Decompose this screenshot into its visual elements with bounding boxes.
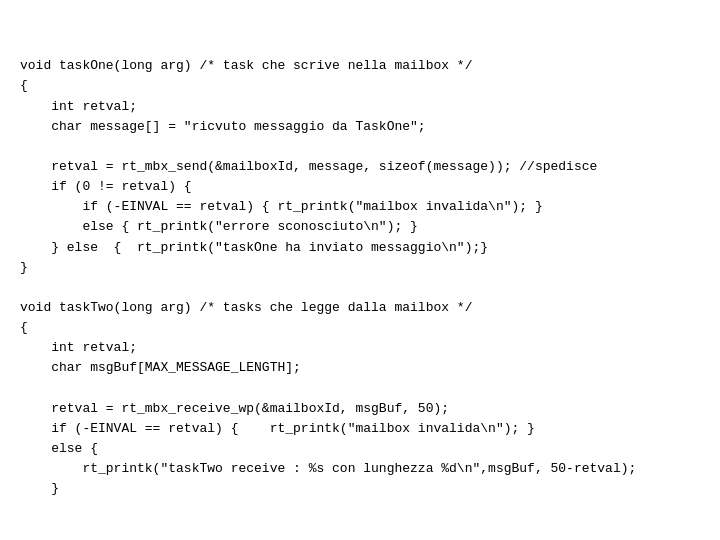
- code-line: [20, 137, 700, 157]
- code-line: void taskTwo(long arg) /* tasks che legg…: [20, 298, 700, 318]
- code-line: {: [20, 76, 700, 96]
- code-line: retval = rt_mbx_receive_wp(&mailboxId, m…: [20, 399, 700, 419]
- code-line: [20, 520, 700, 540]
- code-line: [20, 278, 700, 298]
- code-line: [20, 499, 700, 519]
- code-line: int retval;: [20, 97, 700, 117]
- code-line: rt_printk("taskTwo receive : %s con lung…: [20, 459, 700, 479]
- code-line: if (-EINVAL == retval) { rt_printk("mail…: [20, 419, 700, 439]
- code-line: void taskOne(long arg) /* task che scriv…: [20, 56, 700, 76]
- code-line: else { rt_printk("errore sconosciuto\n")…: [20, 217, 700, 237]
- code-line: if (-EINVAL == retval) { rt_printk("mail…: [20, 197, 700, 217]
- code-line: {: [20, 318, 700, 338]
- code-line: retval = rt_mbx_send(&mailboxId, message…: [20, 157, 700, 177]
- code-line: int retval;: [20, 338, 700, 358]
- code-line: }: [20, 258, 700, 278]
- code-block: void taskOne(long arg) /* task che scriv…: [20, 56, 700, 540]
- code-line: }: [20, 479, 700, 499]
- code-line: if (0 != retval) {: [20, 177, 700, 197]
- code-line: char msgBuf[MAX_MESSAGE_LENGTH];: [20, 358, 700, 378]
- code-container: void taskOne(long arg) /* task che scriv…: [0, 0, 720, 540]
- code-line: char message[] = "ricvuto messaggio da T…: [20, 117, 700, 137]
- code-line: [20, 379, 700, 399]
- code-line: else {: [20, 439, 700, 459]
- code-line: } else { rt_printk("taskOne ha inviato m…: [20, 238, 700, 258]
